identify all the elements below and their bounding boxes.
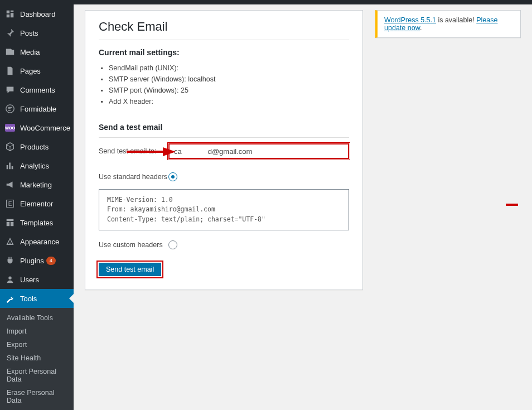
standard-headers-label: Use standard headers bbox=[99, 173, 168, 181]
notice-tail: . bbox=[420, 24, 422, 32]
sidebar-item-woocommerce[interactable]: woo WooCommerce bbox=[0, 118, 74, 137]
check-email-card: Check Email Current mail settings: SendM… bbox=[85, 10, 363, 290]
submenu-site-health[interactable]: Site Health bbox=[0, 351, 74, 365]
tools-submenu: Available Tools Import Export Site Healt… bbox=[0, 308, 74, 410]
sidebar-item-appearance[interactable]: Appearance bbox=[0, 232, 74, 251]
submenu-export[interactable]: Export bbox=[0, 338, 74, 351]
red-dash-annotation bbox=[506, 204, 518, 206]
sidebar-item-tools[interactable]: Tools bbox=[0, 289, 74, 308]
svg-point-1 bbox=[8, 277, 11, 279]
products-icon bbox=[4, 141, 16, 152]
update-notice: WordPress 5.5.1 is available! Please upd… bbox=[375, 10, 521, 38]
send-test-heading: Send a test email bbox=[99, 123, 349, 138]
notice-text: is available! bbox=[436, 16, 476, 24]
setting-sendmail: SendMail path (UNIX): bbox=[109, 62, 349, 74]
sidebar-item-label: Dashboard bbox=[20, 10, 56, 18]
sidebar-item-label: WooCommerce bbox=[20, 124, 70, 132]
sidebar-item-marketing[interactable]: Marketing bbox=[0, 175, 74, 194]
marketing-icon bbox=[4, 179, 16, 190]
templates-icon bbox=[4, 217, 16, 228]
sidebar-item-products[interactable]: Products bbox=[0, 137, 74, 156]
pages-icon bbox=[4, 65, 16, 76]
formidable-icon bbox=[4, 103, 16, 114]
sidebar-item-comments[interactable]: Comments bbox=[0, 80, 74, 99]
sidebar-item-dashboard[interactable]: Dashboard bbox=[0, 4, 74, 23]
setting-smtp-port: SMTP port (Windows): 25 bbox=[109, 85, 349, 96]
submenu-export-personal-data[interactable]: Export Personal Data bbox=[0, 365, 74, 386]
media-icon bbox=[4, 46, 16, 57]
sidebar-item-label: Media bbox=[20, 48, 40, 56]
dashboard-icon bbox=[4, 8, 16, 20]
pin-icon bbox=[4, 27, 16, 38]
send-to-input[interactable] bbox=[168, 143, 349, 159]
admin-sidebar: Dashboard Posts Media Pages Comments For… bbox=[0, 0, 74, 410]
page-title: Check Email bbox=[99, 20, 349, 40]
settings-list: SendMail path (UNIX): SMTP server (Windo… bbox=[99, 62, 349, 107]
custom-headers-label: Use custom headers bbox=[99, 241, 168, 249]
submenu-import[interactable]: Import bbox=[0, 325, 74, 338]
wordpress-version-link[interactable]: WordPress 5.5.1 bbox=[384, 16, 436, 24]
sidebar-item-label: Appearance bbox=[20, 238, 59, 246]
sidebar-item-media[interactable]: Media bbox=[0, 42, 74, 61]
send-to-label: Send test email to: bbox=[99, 147, 168, 155]
sidebar-item-posts[interactable]: Posts bbox=[0, 23, 74, 42]
sidebar-item-pages[interactable]: Pages bbox=[0, 61, 74, 80]
headers-preview: MIME-Version: 1.0 From: akayamishiro@gma… bbox=[99, 189, 349, 230]
sidebar-item-label: Posts bbox=[20, 29, 38, 37]
sidebar-item-label: Plugins bbox=[20, 257, 44, 265]
sidebar-item-label: Analytics bbox=[20, 162, 49, 170]
sidebar-item-plugins[interactable]: Plugins 4 bbox=[0, 251, 74, 270]
sidebar-item-templates[interactable]: Templates bbox=[0, 213, 74, 232]
sidebar-item-users[interactable]: Users bbox=[0, 270, 74, 289]
setting-x-header: Add X header: bbox=[109, 96, 349, 107]
custom-headers-radio[interactable] bbox=[168, 240, 177, 249]
submenu-erase-personal-data[interactable]: Erase Personal Data bbox=[0, 386, 74, 407]
current-settings-heading: Current mail settings: bbox=[99, 48, 349, 57]
submenu-available-tools[interactable]: Available Tools bbox=[0, 311, 74, 325]
tools-icon bbox=[4, 293, 16, 304]
admin-bar bbox=[0, 0, 532, 4]
sidebar-item-label: Tools bbox=[20, 295, 37, 303]
sidebar-item-label: Marketing bbox=[20, 181, 52, 189]
content-area: Check Email Current mail settings: SendM… bbox=[74, 0, 532, 410]
plugins-update-badge: 4 bbox=[46, 257, 56, 265]
elementor-icon: E bbox=[4, 198, 16, 209]
plugins-icon bbox=[4, 255, 16, 266]
comments-icon bbox=[4, 84, 16, 95]
woocommerce-icon: woo bbox=[4, 122, 16, 133]
sidebar-item-label: Users bbox=[20, 276, 39, 284]
sidebar-item-label: Formidable bbox=[20, 105, 56, 113]
submenu-check-email[interactable]: Check Email bbox=[0, 407, 74, 410]
sidebar-item-label: Elementor bbox=[20, 200, 53, 208]
setting-smtp-server: SMTP server (Windows): localhost bbox=[109, 74, 349, 85]
analytics-icon bbox=[4, 160, 16, 171]
sidebar-item-formidable[interactable]: Formidable bbox=[0, 99, 74, 118]
sidebar-item-label: Products bbox=[20, 143, 49, 151]
sidebar-item-analytics[interactable]: Analytics bbox=[0, 156, 74, 175]
sidebar-item-label: Pages bbox=[20, 67, 41, 75]
appearance-icon bbox=[4, 236, 16, 247]
sidebar-item-label: Comments bbox=[20, 86, 55, 94]
send-test-email-button[interactable]: Send test email bbox=[99, 263, 161, 276]
standard-headers-radio[interactable] bbox=[168, 172, 177, 181]
users-icon bbox=[4, 274, 16, 285]
sidebar-item-elementor[interactable]: E Elementor bbox=[0, 194, 74, 213]
sidebar-item-label: Templates bbox=[20, 219, 53, 227]
